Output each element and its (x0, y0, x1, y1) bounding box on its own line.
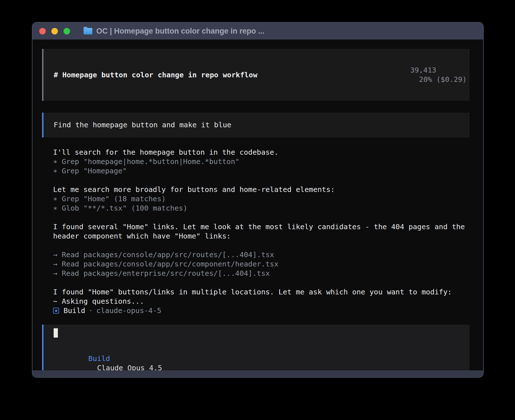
token-count: 39,413 (410, 66, 436, 74)
assistant-text: I'll search for the homepage button in t… (53, 148, 470, 157)
context-cost: 20% ($0.29) (419, 75, 467, 84)
tool-call-read: → Read packages/enterprise/src/routes/[.… (53, 269, 470, 278)
assistant-text: header component which have "Home" links… (53, 231, 470, 241)
tool-call-group: ∗ Grep "Home" (18 matches) ∗ Glob "**/*.… (53, 194, 470, 213)
tool-call-grep: ∗ Grep "Home" (18 matches) (53, 194, 470, 204)
agent-name: Build (64, 306, 85, 315)
folder-icon (84, 28, 92, 34)
model-status-line: Build Claude Opus 4.5 OpenCode Zen (54, 345, 467, 370)
active-agent-label: Build (88, 354, 110, 363)
conversation: I'll search for the homepage button in t… (42, 148, 470, 315)
status-asking-questions: ~ Asking questions... (53, 297, 470, 306)
tool-call-grep: ∗ Grep "homepage|home.*button|Home.*butt… (53, 157, 470, 166)
tool-call-group: ∗ Grep "homepage|home.*button|Home.*butt… (53, 157, 470, 176)
zoom-button[interactable] (64, 28, 70, 34)
agent-model: claude-opus-4-5 (96, 306, 161, 315)
user-message: Find the homepage button and make it blu… (42, 113, 470, 137)
window-footer-strip (32, 370, 483, 377)
user-message-text: Find the homepage button and make it blu… (54, 121, 231, 129)
terminal-content: # Homepage button color change in repo w… (32, 40, 483, 370)
window-title: OC | Homepage button color change in rep… (96, 27, 265, 36)
close-button[interactable] (39, 28, 46, 34)
tool-call-group: → Read packages/console/app/src/routes/[… (53, 250, 470, 278)
assistant-text: Let me search more broadly for buttons a… (53, 185, 470, 194)
session-stats: 39,413 20% ($0.29) (376, 56, 467, 93)
session-title: # Homepage button color change in repo w… (54, 70, 258, 80)
terminal-window: OC | Homepage button color change in rep… (32, 22, 484, 378)
separator-dot: · (89, 306, 93, 315)
minimize-button[interactable] (51, 28, 58, 34)
assistant-text: I found several "Home" links. Let me loo… (53, 222, 470, 231)
text-cursor (54, 328, 58, 338)
session-header: # Homepage button color change in repo w… (42, 49, 470, 101)
assistant-text: I found "Home" buttons/links in multiple… (53, 287, 470, 297)
tool-call-read: → Read packages/console/app/src/componen… (53, 259, 470, 269)
agent-status-line: Build · claude-opus-4-5 (53, 306, 470, 315)
active-model-label: Claude Opus 4.5 (97, 364, 162, 370)
assistant-paragraph: I found several "Home" links. Let me loo… (53, 222, 470, 241)
prompt-input[interactable]: Build Claude Opus 4.5 OpenCode Zen (42, 325, 470, 370)
build-agent-icon (53, 308, 59, 314)
tool-call-read: → Read packages/console/app/src/routes/[… (53, 250, 470, 259)
window-titlebar: OC | Homepage button color change in rep… (32, 23, 483, 40)
tool-call-grep: ∗ Grep "Homepage" (53, 166, 470, 176)
tool-call-glob: ∗ Glob "**/*.tsx" (100 matches) (53, 204, 470, 213)
